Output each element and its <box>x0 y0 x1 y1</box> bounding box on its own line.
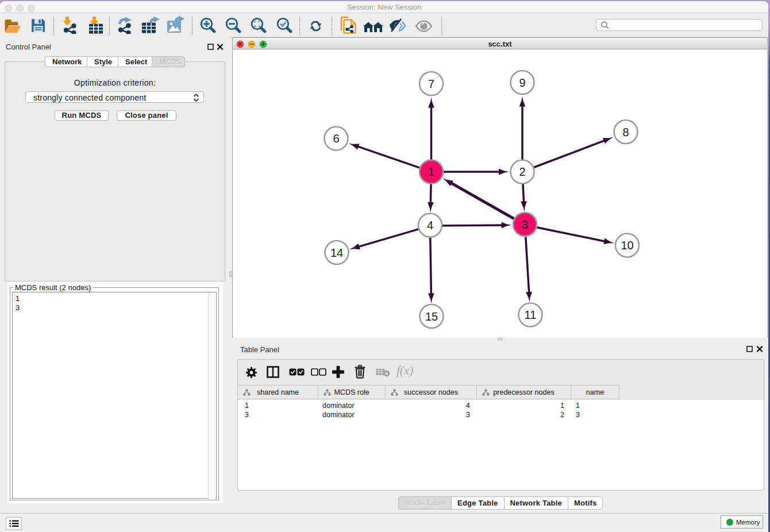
svg-text:6: 6 <box>333 132 339 145</box>
svg-text:15: 15 <box>425 310 438 323</box>
svg-text:8: 8 <box>622 126 629 138</box>
svg-text:7: 7 <box>428 78 434 90</box>
svg-text:14: 14 <box>330 246 343 259</box>
svg-text:1: 1 <box>428 165 434 178</box>
svg-text:4: 4 <box>427 219 433 232</box>
svg-text:2: 2 <box>519 165 525 178</box>
svg-text:11: 11 <box>525 309 537 321</box>
svg-text:10: 10 <box>621 239 633 252</box>
svg-text:3: 3 <box>522 218 528 231</box>
svg-text:9: 9 <box>519 76 525 89</box>
